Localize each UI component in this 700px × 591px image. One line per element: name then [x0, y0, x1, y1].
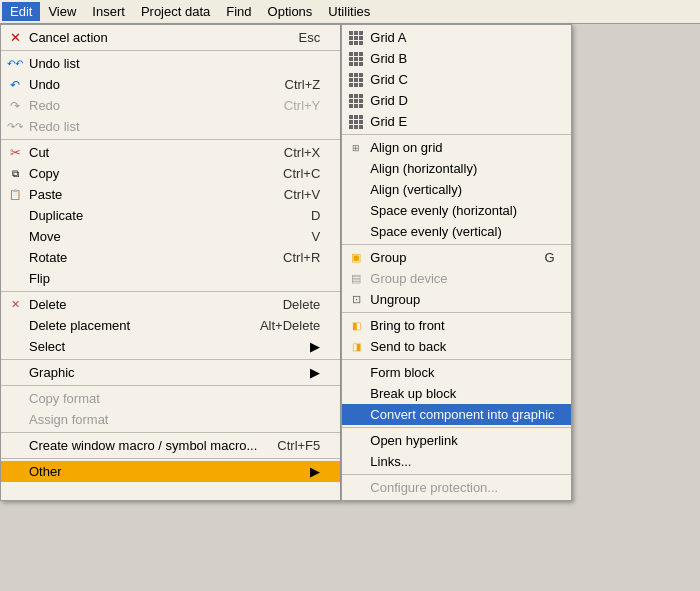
submenu-send-back[interactable]: ◨ Send to back	[342, 336, 570, 357]
menubar-item-edit[interactable]: Edit	[2, 2, 40, 21]
copy-format-icon	[7, 391, 23, 407]
menu-delete[interactable]: ✕ Delete Delete	[1, 294, 340, 315]
sub-separator-5	[342, 427, 570, 428]
select-arrow: ▶	[300, 339, 320, 354]
undo-icon: ↶	[7, 77, 23, 93]
submenu-space-h[interactable]: Space evenly (horizontal)	[342, 200, 570, 221]
submenu-grid-e[interactable]: Grid E	[342, 111, 570, 132]
break-up-block-icon	[348, 386, 364, 402]
align-v-icon	[348, 182, 364, 198]
rotate-icon	[7, 250, 23, 266]
submenu-grid-b[interactable]: Grid B	[342, 48, 570, 69]
grid-d-icon	[348, 93, 364, 109]
sub-separator-1	[342, 134, 570, 135]
submenu-ungroup[interactable]: ⊡ Ungroup	[342, 289, 570, 310]
grid-a-icon	[348, 30, 364, 46]
submenu-align-grid[interactable]: ⊞ Align on grid	[342, 137, 570, 158]
delete-placement-icon	[7, 318, 23, 334]
submenu-form-block[interactable]: Form block	[342, 362, 570, 383]
macro-icon	[7, 438, 23, 454]
submenu-break-up-block[interactable]: Break up block	[342, 383, 570, 404]
menu-graphic[interactable]: Graphic ▶	[1, 362, 340, 383]
select-icon	[7, 339, 23, 355]
submenu-space-v[interactable]: Space evenly (vertical)	[342, 221, 570, 242]
menubar-item-utilities[interactable]: Utilities	[320, 2, 378, 21]
menu-copy[interactable]: ⧉ Copy Ctrl+C	[1, 163, 340, 184]
align-grid-icon: ⊞	[348, 140, 364, 156]
separator-4	[1, 359, 340, 360]
menu-select[interactable]: Select ▶	[1, 336, 340, 357]
separator-2	[1, 139, 340, 140]
menubar: Edit View Insert Project data Find Optio…	[0, 0, 700, 24]
separator-7	[1, 458, 340, 459]
group-icon: ▣	[348, 250, 364, 266]
submenu-open-hyperlink[interactable]: Open hyperlink	[342, 430, 570, 451]
cut-icon: ✂	[7, 145, 23, 161]
flip-icon	[7, 271, 23, 287]
menu-assign-format[interactable]: Assign format	[1, 409, 340, 430]
menu-cut[interactable]: ✂ Cut Ctrl+X	[1, 142, 340, 163]
menu-copy-format[interactable]: Copy format	[1, 388, 340, 409]
convert-graphic-icon	[348, 407, 364, 423]
menu-undo-list[interactable]: ↶↶ Undo list	[1, 53, 340, 74]
separator-3	[1, 291, 340, 292]
submenu-links[interactable]: Links...	[342, 451, 570, 472]
dropdown-container: ✕ Cancel action Esc ↶↶ Undo list ↶ Undo …	[0, 24, 572, 501]
menu-cancel-action[interactable]: ✕ Cancel action Esc	[1, 27, 340, 48]
grid-e-icon	[348, 114, 364, 130]
submenu-grid-d[interactable]: Grid D	[342, 90, 570, 111]
menu-redo[interactable]: ↷ Redo Ctrl+Y	[1, 95, 340, 116]
submenu-grid-c[interactable]: Grid C	[342, 69, 570, 90]
submenu-group[interactable]: ▣ Group G	[342, 247, 570, 268]
menubar-item-projectdata[interactable]: Project data	[133, 2, 218, 21]
submenu-panel: Grid A Grid B Grid C Grid D Grid E	[341, 24, 571, 501]
submenu-align-h[interactable]: Align (horizontally)	[342, 158, 570, 179]
other-arrow: ▶	[300, 464, 320, 479]
other-icon	[7, 464, 23, 480]
menubar-item-find[interactable]: Find	[218, 2, 259, 21]
move-icon	[7, 229, 23, 245]
menu-redo-list[interactable]: ↷↷ Redo list	[1, 116, 340, 137]
submenu-convert-graphic[interactable]: Convert component into graphic	[342, 404, 570, 425]
copy-icon: ⧉	[7, 166, 23, 182]
submenu-align-v[interactable]: Align (vertically)	[342, 179, 570, 200]
menu-create-macro[interactable]: Create window macro / symbol macro... Ct…	[1, 435, 340, 456]
submenu-group-device[interactable]: ▤ Group device	[342, 268, 570, 289]
paste-icon: 📋	[7, 187, 23, 203]
cancel-icon: ✕	[7, 30, 23, 46]
sub-separator-6	[342, 474, 570, 475]
redo-list-icon: ↷↷	[7, 119, 23, 135]
assign-format-icon	[7, 412, 23, 428]
delete-icon: ✕	[7, 297, 23, 313]
menubar-item-view[interactable]: View	[40, 2, 84, 21]
send-back-icon: ◨	[348, 339, 364, 355]
menu-move[interactable]: Move V	[1, 226, 340, 247]
undo-list-icon: ↶↶	[7, 56, 23, 72]
edit-menu-panel: ✕ Cancel action Esc ↶↶ Undo list ↶ Undo …	[0, 24, 341, 501]
separator-6	[1, 432, 340, 433]
sub-separator-2	[342, 244, 570, 245]
separator-1	[1, 50, 340, 51]
menubar-item-insert[interactable]: Insert	[84, 2, 133, 21]
links-icon	[348, 454, 364, 470]
submenu-bring-front[interactable]: ◧ Bring to front	[342, 315, 570, 336]
menu-paste[interactable]: 📋 Paste Ctrl+V	[1, 184, 340, 205]
menu-flip[interactable]: Flip	[1, 268, 340, 289]
grid-c-icon	[348, 72, 364, 88]
ungroup-icon: ⊡	[348, 292, 364, 308]
menu-rotate[interactable]: Rotate Ctrl+R	[1, 247, 340, 268]
separator-5	[1, 385, 340, 386]
space-v-icon	[348, 224, 364, 240]
menu-duplicate[interactable]: Duplicate D	[1, 205, 340, 226]
menu-other[interactable]: Other ▶	[1, 461, 340, 482]
submenu-grid-a[interactable]: Grid A	[342, 27, 570, 48]
group-device-icon: ▤	[348, 271, 364, 287]
menu-delete-placement[interactable]: Delete placement Alt+Delete	[1, 315, 340, 336]
configure-protection-icon	[348, 480, 364, 496]
form-block-icon	[348, 365, 364, 381]
sub-separator-3	[342, 312, 570, 313]
submenu-configure-protection[interactable]: Configure protection...	[342, 477, 570, 498]
menu-undo[interactable]: ↶ Undo Ctrl+Z	[1, 74, 340, 95]
menubar-item-options[interactable]: Options	[260, 2, 321, 21]
hyperlink-icon	[348, 433, 364, 449]
